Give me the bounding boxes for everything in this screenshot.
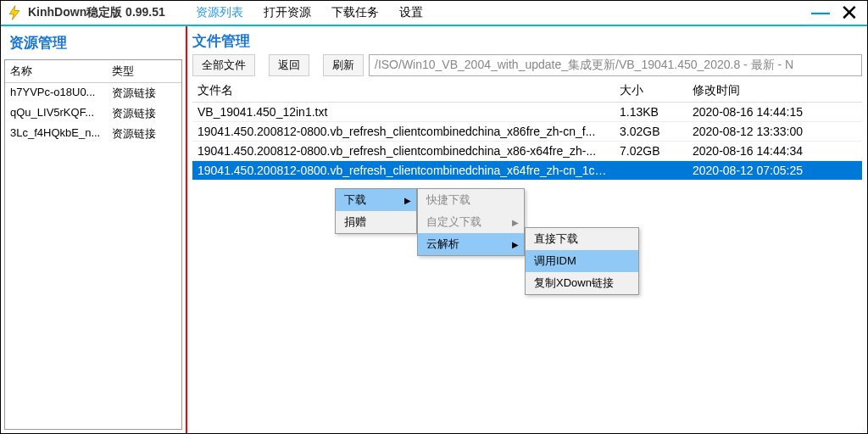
ctx-direct-download[interactable]: 直接下载 [526, 228, 638, 250]
path-display[interactable]: /ISO/Win10_VB_2004_with_update_集成更新/VB_1… [369, 54, 862, 76]
menu-settings[interactable]: 设置 [399, 5, 423, 20]
ctx-call-idm[interactable]: 调用IDM [526, 250, 638, 272]
titlebar: KinhDown稳定版 0.99.51 资源列表 打开资源 下载任务 设置 — … [1, 1, 867, 26]
ctx-cloud-parse[interactable]: 云解析▶ [418, 233, 524, 255]
context-menu-1: 下载▶ 捐赠 [335, 188, 417, 234]
resource-row[interactable]: qQu_LIV5rKQF...资源链接 [5, 103, 181, 124]
resource-list-header: 名称 类型 [5, 60, 181, 83]
ctx-donate[interactable]: 捐赠 [336, 211, 416, 233]
chevron-right-icon: ▶ [512, 240, 519, 249]
close-button[interactable]: ✕ [840, 2, 859, 24]
refresh-button[interactable]: 刷新 [323, 54, 364, 76]
minimize-button[interactable]: — [811, 2, 830, 24]
file-row[interactable]: VB_19041.450_12in1.txt1.13KB2020-08-16 1… [192, 103, 862, 122]
col-type-header[interactable]: 类型 [107, 60, 181, 82]
file-row[interactable]: 19041.450.200812-0800.vb_refresh_clientc… [192, 122, 862, 142]
app-icon [6, 4, 23, 21]
file-table: 文件名 大小 修改时间 VB_19041.450_12in1.txt1.13KB… [192, 80, 862, 181]
resource-panel: 资源管理 名称 类型 h7YVPc-o18U0...资源链接 qQu_LIV5r… [1, 26, 187, 433]
file-table-header: 文件名 大小 修改时间 [192, 80, 862, 103]
file-col-name[interactable]: 文件名 [192, 80, 615, 102]
context-menu-3: 直接下载 调用IDM 复制XDown链接 [525, 227, 639, 295]
chevron-right-icon: ▶ [512, 218, 519, 227]
back-button[interactable]: 返回 [269, 54, 309, 76]
resource-list: 名称 类型 h7YVPc-o18U0...资源链接 qQu_LIV5rKQF..… [4, 59, 182, 430]
file-row[interactable]: 19041.450.200812-0800.vb_refresh_clientc… [192, 161, 862, 181]
context-menu-2: 快捷下载 自定义下载▶ 云解析▶ [417, 188, 525, 256]
file-panel-title: 文件管理 [192, 30, 862, 53]
ctx-custom-download[interactable]: 自定义下载▶ [418, 211, 524, 233]
menu-resources[interactable]: 资源列表 [196, 5, 243, 20]
file-col-size[interactable]: 大小 [615, 80, 687, 102]
ctx-copy-xdown[interactable]: 复制XDown链接 [526, 272, 638, 294]
file-row[interactable]: 19041.450.200812-0800.vb_refresh_clientc… [192, 142, 862, 161]
menu-tasks[interactable]: 下载任务 [331, 5, 379, 20]
menu-open[interactable]: 打开资源 [264, 5, 311, 20]
all-files-button[interactable]: 全部文件 [192, 54, 255, 76]
ctx-fast-download[interactable]: 快捷下载 [418, 189, 524, 211]
file-col-time[interactable]: 修改时间 [687, 80, 862, 102]
resource-row[interactable]: 3Lc_f4HQkbE_n...资源链接 [5, 124, 181, 144]
resource-row[interactable]: h7YVPc-o18U0...资源链接 [5, 83, 181, 103]
main-menu: 资源列表 打开资源 下载任务 设置 [196, 5, 423, 20]
resource-panel-title: 资源管理 [4, 30, 182, 56]
col-name-header[interactable]: 名称 [5, 60, 107, 82]
window-title: KinhDown稳定版 0.99.51 [28, 5, 165, 20]
file-toolbar: 全部文件 返回 刷新 /ISO/Win10_VB_2004_with_updat… [192, 54, 862, 76]
ctx-download[interactable]: 下载▶ [336, 189, 416, 211]
chevron-right-icon: ▶ [404, 196, 411, 205]
